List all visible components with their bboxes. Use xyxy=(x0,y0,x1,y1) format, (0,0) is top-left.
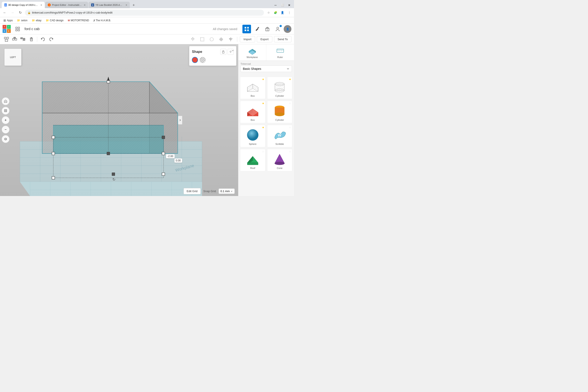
edit-grid-button[interactable]: Edit Grid xyxy=(184,188,201,194)
ungroup-button[interactable] xyxy=(11,36,18,43)
forward-button[interactable]: → xyxy=(10,10,16,16)
shapes-grid: ★ Box xyxy=(240,77,292,171)
3d-scene-svg: ↻ Workplane xyxy=(0,44,238,196)
profile-button[interactable]: 👤 xyxy=(280,10,286,16)
maximize-button[interactable]: ⬜ xyxy=(280,3,286,7)
minimize-button[interactable]: ─ xyxy=(272,3,278,7)
second-toolbar: Import Export Send To xyxy=(0,34,294,44)
snap-grid-selector[interactable]: 0.1 mm xyxy=(218,188,235,194)
shape-item-scribble[interactable]: ☆ w Scribble xyxy=(267,125,292,147)
zoom-in-button[interactable]: + xyxy=(2,116,10,124)
toolbar-separator-2 xyxy=(237,37,237,42)
extensions-button[interactable]: 🧩 xyxy=(272,10,278,16)
svg-point-27 xyxy=(192,38,194,40)
menu-button[interactable]: ⋮ xyxy=(286,10,292,16)
new-tab-button[interactable]: + xyxy=(131,2,137,8)
shape-color-picker xyxy=(192,57,234,63)
star-cylinder1[interactable]: ★ xyxy=(289,78,291,81)
bookmark-star-button[interactable]: ☆ xyxy=(266,10,272,16)
hammer-view-button[interactable] xyxy=(253,25,261,33)
snap-grid-value-text: 0.1 mm xyxy=(220,190,230,193)
shape-item-box2[interactable]: ★ Box xyxy=(240,101,266,123)
light-icon xyxy=(190,37,195,42)
star-box2[interactable]: ★ xyxy=(262,102,264,105)
bookmark-motortrend[interactable]: M MOTORTREND xyxy=(66,18,91,22)
shape-panel-collapse[interactable] xyxy=(231,49,234,53)
lock-icon xyxy=(222,50,225,54)
tab-close-instructables[interactable]: ✕ xyxy=(84,4,86,6)
circle-select-button[interactable] xyxy=(208,36,216,43)
grid-align-button[interactable] xyxy=(217,36,225,43)
shape-item-roof[interactable]: ☆ Roof xyxy=(240,149,266,171)
svg-rect-19 xyxy=(21,38,22,39)
close-window-button[interactable]: ✕ xyxy=(286,3,292,7)
star-cone[interactable]: ☆ xyxy=(289,150,291,153)
undo-button[interactable] xyxy=(39,36,47,43)
library-name-text: Basic Shapes xyxy=(243,67,261,70)
back-button[interactable]: ← xyxy=(2,10,8,16)
workplane-button[interactable]: Workplane xyxy=(238,44,266,60)
delete-button[interactable] xyxy=(28,36,35,43)
mirror-button[interactable] xyxy=(227,36,234,43)
bookmark-ebay[interactable]: 📁 ebay xyxy=(30,18,43,22)
bookmark-cad-design[interactable]: 📁 CAD design xyxy=(44,18,65,22)
person-view-button[interactable]: + xyxy=(273,25,282,33)
grid-view-button[interactable] xyxy=(242,25,251,33)
tab-favicon-docx: W xyxy=(91,4,94,6)
reload-button[interactable]: ↻ xyxy=(17,10,23,16)
import-button[interactable]: Import xyxy=(240,36,255,42)
svg-marker-38 xyxy=(229,38,230,40)
shape-lock-button[interactable] xyxy=(220,49,226,55)
star-box1[interactable]: ★ xyxy=(262,78,264,81)
shape-item-sphere[interactable]: ★ Sphere xyxy=(240,125,266,147)
zoom-out-button[interactable]: − xyxy=(2,126,10,134)
shape-item-cylinder2[interactable]: ☆ Cylinder xyxy=(267,101,292,123)
view-cube[interactable]: LEFT xyxy=(4,48,22,66)
browser-frame: 66 3D design Copy of 1919 c-cab b... ✕ I… xyxy=(0,0,294,196)
tab-close-docx[interactable]: ✕ xyxy=(126,4,127,6)
minus-icon: − xyxy=(4,128,6,132)
library-dropdown[interactable]: Basic Shapes xyxy=(240,66,292,72)
menu-grid-button[interactable] xyxy=(14,26,21,32)
ruler-button[interactable]: Ruler xyxy=(266,44,294,60)
bookmark-hamb[interactable]: J The H.A.M.B. xyxy=(92,18,113,22)
sidebar-collapse-arrow[interactable] xyxy=(178,116,182,124)
user-avatar[interactable]: 👤 xyxy=(284,25,292,33)
url-input[interactable]: 🔒 tinkercad.com/things/ItNPTvPowcJ-copy-… xyxy=(25,10,264,16)
view-cube-face[interactable]: LEFT xyxy=(4,48,22,66)
viewport[interactable]: LEFT xyxy=(0,44,238,196)
send-to-button[interactable]: Send To xyxy=(274,36,292,42)
star-cylinder2[interactable]: ☆ xyxy=(289,102,291,105)
roof-shape xyxy=(245,151,260,166)
transform-tools xyxy=(2,36,27,43)
star-sphere[interactable]: ★ xyxy=(262,126,264,129)
fit-view-button[interactable] xyxy=(2,107,10,114)
box-view-button[interactable] xyxy=(263,25,272,33)
lighting-button[interactable] xyxy=(189,36,197,43)
group-button[interactable] xyxy=(2,36,10,43)
tab-instructables[interactable]: I Project Editor - Instructables ✕ xyxy=(45,2,88,8)
home-view-button[interactable] xyxy=(2,97,10,105)
align-button[interactable] xyxy=(19,36,27,43)
tab-3d-design[interactable]: 66 3D design Copy of 1919 c-cab b... ✕ xyxy=(2,2,45,8)
bookmark-apps[interactable]: ⊞ Apps xyxy=(2,18,14,22)
tab-docx[interactable]: W Y8 Law Booklet 2020.docx.pdf ✕ xyxy=(88,2,130,8)
star-scribble[interactable]: ☆ xyxy=(289,126,291,129)
redo-button[interactable] xyxy=(48,36,55,43)
design-name-label[interactable]: ford c cab xyxy=(24,27,40,31)
star-roof[interactable]: ☆ xyxy=(262,150,264,153)
rect-select-button[interactable] xyxy=(198,36,206,43)
address-bar: ← → ↻ 🔒 tinkercad.com/things/ItNPTvPowcJ… xyxy=(0,8,294,17)
color-red-swatch[interactable] xyxy=(192,57,198,63)
color-gray-swatch[interactable] xyxy=(200,57,206,63)
shape-item-cone[interactable]: ☆ Cone xyxy=(267,149,292,171)
depth-measurement[interactable]: 0.00 xyxy=(174,158,182,163)
orbit-button[interactable] xyxy=(2,135,10,143)
bookmark-seton[interactable]: 📁 seton xyxy=(15,18,29,22)
shape-item-cylinder1[interactable]: ★ Cylinder xyxy=(267,77,292,99)
export-button[interactable]: Export xyxy=(257,36,272,42)
shape-name-roof: Roof xyxy=(250,167,255,169)
tab-close-3d[interactable]: ✕ xyxy=(40,4,42,6)
shape-item-box1[interactable]: ★ Box xyxy=(240,77,266,99)
height-measurement[interactable]: -2.00 xyxy=(166,154,175,158)
